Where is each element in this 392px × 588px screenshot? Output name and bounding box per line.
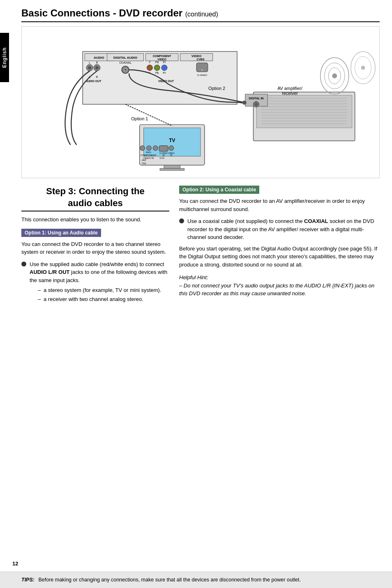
svg-text:Pr: Pr (163, 71, 166, 74)
svg-point-80 (361, 66, 365, 70)
svg-text:L: L (89, 61, 90, 64)
svg-text:IN: IN (163, 154, 165, 156)
option1-bullet: Use the supplied audio cable (red/white … (21, 260, 169, 304)
svg-text:VIDEO: VIDEO (168, 152, 175, 154)
svg-point-19 (154, 65, 160, 71)
page-title: Basic Connections - DVD recorder (contin… (21, 7, 380, 22)
helpful-hint-text: – Do not connect your TV's audio output … (179, 283, 374, 297)
svg-text:VIDEO: VIDEO (191, 54, 202, 58)
svg-point-18 (147, 65, 153, 71)
step3-title: Step 3: Connecting the audio cables (21, 186, 169, 211)
svg-point-41 (140, 146, 145, 151)
svg-rect-47 (159, 146, 168, 152)
svg-text:AV amplifier/: AV amplifier/ (277, 86, 303, 91)
sublist-item-2: a receiver with two channel analog stere… (38, 295, 169, 304)
svg-text:AUDIO OUT: AUDIO OUT (85, 80, 102, 83)
svg-point-77 (332, 74, 337, 78)
svg-point-5 (88, 66, 91, 69)
svg-point-14 (125, 69, 126, 71)
svg-text:75Ω: 75Ω (142, 162, 147, 165)
right-column: Option 2: Using a Coaxial cable You can … (179, 186, 380, 307)
svg-point-50 (169, 146, 174, 151)
option2-label: Option 2: Using a Coaxial cable (179, 186, 259, 194)
svg-text:R: R (96, 76, 98, 78)
svg-text:Pb: Pb (155, 71, 159, 74)
option2-bullet-bold: COAXIAL (304, 218, 328, 224)
svg-text:R: R (96, 61, 98, 64)
svg-text:CVBS: CVBS (196, 58, 205, 61)
option2-description: You can connect the DVD recorder to an A… (179, 197, 380, 213)
svg-text:Option 2: Option 2 (208, 86, 225, 91)
svg-point-70 (255, 103, 257, 106)
svg-text:PbCr: PbCr (146, 151, 152, 154)
svg-point-43 (153, 146, 158, 151)
page-title-main: Basic Connections - DVD recorder (21, 7, 182, 18)
page-title-sub: (continued) (185, 11, 218, 18)
tips-bar: TIPS: Before making or changing any conn… (0, 572, 392, 588)
option1-bullet-text: Use the supplied audio cable (red/white … (30, 261, 164, 267)
svg-point-42 (147, 146, 152, 151)
svg-text:Y: Y (149, 61, 151, 64)
intro-text: This connection enables you to listen to… (21, 216, 169, 224)
svg-point-73 (242, 101, 247, 105)
svg-text:S-VIDEO: S-VIDEO (159, 152, 168, 154)
sublist-item-1: a stereo system (for example, TV or mini… (38, 286, 169, 295)
side-tab: English (0, 33, 9, 82)
page-number: 12 (12, 560, 18, 567)
svg-text:COMPONENT: COMPONENT (141, 154, 157, 156)
option1-description: You can connect the DVD recorder to a tw… (21, 240, 169, 256)
svg-text:S: S (201, 69, 203, 71)
svg-text:DIGITAL AUDIO: DIGITAL AUDIO (113, 56, 137, 60)
svg-text:Pr: Pr (163, 61, 166, 64)
option2-bullet-text: Use a coaxial cable (not supplied) to co… (187, 218, 304, 224)
svg-rect-38 (160, 168, 184, 170)
svg-rect-56 (256, 95, 352, 128)
svg-text:Option 1: Option 1 (131, 116, 148, 121)
helpful-hint: Helpful Hint: – Do not connect your TV's… (179, 273, 380, 298)
option2-bullet: Use a coaxial cable (not supplied) to co… (179, 217, 380, 241)
tips-text: Before making or changing any connection… (38, 577, 301, 583)
svg-text:IN: IN (170, 154, 172, 156)
svg-text:IO IN: IO IN (159, 157, 164, 159)
svg-text:VIDEO IN: VIDEO IN (143, 157, 154, 159)
tips-label: TIPS: (21, 577, 35, 583)
svg-line-54 (125, 104, 172, 126)
before-note: Before you start operating, set the Digi… (179, 245, 380, 269)
svg-rect-37 (164, 165, 180, 168)
svg-text:TV: TV (169, 138, 175, 143)
svg-text:S-VIDEO: S-VIDEO (197, 74, 208, 76)
svg-point-20 (161, 65, 167, 71)
helpful-hint-title: Helpful Hint: (179, 274, 208, 280)
bullet-dot (21, 262, 26, 266)
svg-text:L: L (89, 76, 90, 78)
svg-point-8 (95, 66, 99, 69)
option1-label: Option 1: Using an Audio cable (21, 229, 101, 237)
left-column: Step 3: Connecting the audio cables This… (21, 186, 169, 307)
diagram-area: AUDIO L R DIGITAL AUDIO COAXIAL COMPONEN… (21, 26, 380, 178)
bullet-dot-2 (179, 218, 184, 223)
svg-text:Pb: Pb (155, 61, 159, 64)
svg-text:AUDIO: AUDIO (94, 56, 104, 60)
svg-text:receiver: receiver (282, 91, 298, 96)
svg-text:DIGITAL IN: DIGITAL IN (249, 97, 264, 100)
option1-bullet-bold: AUDIO L/R OUT (30, 269, 70, 275)
svg-text:COMPONENT: COMPONENT (153, 55, 172, 57)
option1-sublist: a stereo system (for example, TV or mini… (38, 286, 169, 304)
side-tab-label: English (2, 47, 7, 68)
svg-text:COAXIAL: COAXIAL (119, 61, 131, 64)
